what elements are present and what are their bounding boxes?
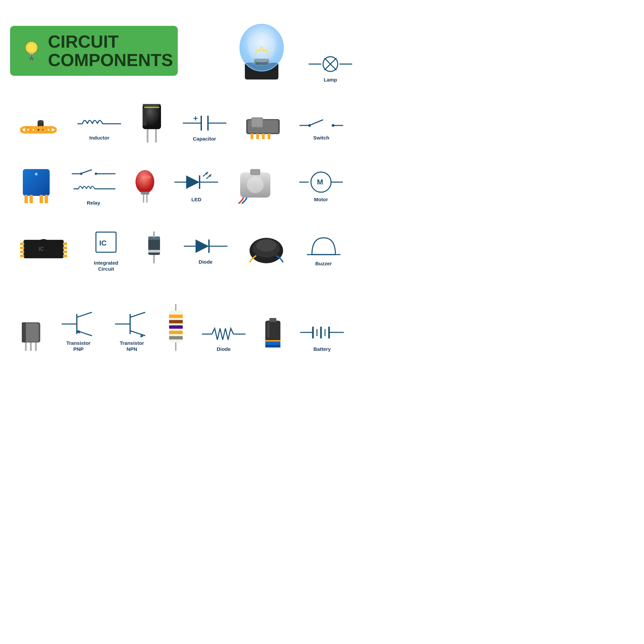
svg-rect-48 — [268, 133, 270, 139]
capacitor-label: Capacitor — [193, 136, 216, 142]
svg-point-12 — [248, 33, 275, 63]
svg-point-50 — [308, 124, 311, 127]
svg-rect-137 — [169, 331, 183, 334]
svg-point-69 — [146, 175, 151, 179]
relay-symbol-item: Relay — [72, 167, 115, 206]
svg-line-129 — [130, 331, 145, 336]
row-transistors-battery: TransistorPNP TransistorNPN — [10, 286, 352, 352]
inductor-label: Inductor — [89, 135, 109, 141]
header-row: CIRCUIT COMPONENTS — [10, 10, 352, 92]
svg-point-62 — [80, 172, 82, 175]
svg-rect-46 — [256, 133, 259, 139]
svg-rect-45 — [251, 133, 253, 139]
svg-point-56 — [35, 173, 38, 175]
svg-rect-82 — [250, 169, 260, 175]
led-symbol-svg — [174, 170, 218, 194]
buzzer-real-svg — [248, 235, 285, 264]
title-text: CIRCUIT COMPONENTS — [48, 33, 173, 69]
capacitor-real-svg — [139, 104, 164, 144]
led-real-illustration — [134, 169, 156, 204]
svg-rect-70 — [141, 192, 149, 195]
relay-label: Relay — [87, 200, 100, 206]
battery-real-svg — [262, 314, 284, 351]
inductor-symbol-item: Inductor — [77, 114, 121, 141]
diode2-symbol-item: Diode — [202, 325, 246, 352]
svg-point-83 — [247, 176, 264, 193]
switch-symbol-svg — [300, 114, 343, 132]
switch-symbol-item: Switch — [300, 114, 343, 141]
svg-line-63 — [82, 170, 92, 173]
svg-line-51 — [311, 120, 323, 125]
diode-real-svg — [145, 231, 163, 268]
svg-rect-94 — [63, 247, 67, 249]
svg-point-68 — [136, 170, 154, 194]
svg-rect-102 — [148, 250, 160, 253]
svg-rect-90 — [20, 247, 24, 249]
lamp-symbol-item: Lamp — [309, 54, 352, 83]
svg-point-1 — [28, 44, 35, 51]
transistor-real-svg — [18, 321, 44, 351]
relay-real-svg — [19, 167, 53, 204]
switch-real-illustration — [245, 114, 281, 141]
battery-symbol-svg — [300, 322, 344, 343]
svg-text:M: M — [317, 178, 323, 186]
inductor-symbol-svg — [77, 114, 121, 132]
resistor-real-illustration — [167, 304, 185, 352]
resistor-real-svg — [167, 304, 185, 351]
motor-real-svg — [237, 167, 280, 204]
diode-symbol-svg — [184, 236, 227, 256]
buzzer-real-illustration — [248, 235, 285, 265]
svg-rect-58 — [30, 195, 33, 203]
battery-real-illustration — [262, 314, 284, 352]
battery-label: Battery — [313, 346, 331, 352]
relay-symbol-svg — [72, 167, 115, 197]
svg-rect-135 — [169, 320, 183, 323]
battery-symbol-item: Battery — [300, 322, 344, 352]
svg-point-19 — [38, 120, 44, 123]
svg-rect-57 — [24, 195, 28, 203]
svg-line-128 — [130, 312, 145, 317]
svg-rect-59 — [40, 195, 43, 203]
title-lamp-icon — [23, 41, 40, 61]
svg-marker-74 — [186, 175, 200, 189]
transistor-pnp-symbol-item: TransistorPNP — [60, 311, 97, 352]
title-box: CIRCUIT COMPONENTS — [10, 26, 178, 76]
row-relay-led-motor: Relay — [10, 158, 352, 215]
diode2-label: Diode — [217, 346, 231, 352]
diode-label: Diode — [199, 259, 213, 265]
svg-text:IC: IC — [99, 239, 107, 247]
motor-label: Motor — [314, 197, 328, 203]
transistor-npn-symbol-item: TransistorNPN — [113, 311, 150, 352]
svg-rect-60 — [45, 195, 48, 203]
svg-rect-136 — [169, 325, 183, 329]
svg-rect-93 — [63, 243, 67, 245]
svg-rect-31 — [144, 107, 159, 108]
svg-point-111 — [256, 239, 276, 252]
svg-rect-134 — [169, 315, 183, 318]
title-lamp-svg — [23, 41, 40, 61]
row-inductor-capacitor-switch: Inductor — [10, 102, 352, 153]
switch-real-svg — [245, 114, 281, 139]
led-symbol-item: LED — [174, 170, 218, 203]
row-ic-diode-buzzer: IC IC Integrated Circuit — [10, 220, 352, 281]
lamp-symbol-svg — [309, 54, 352, 74]
lamp-illustration — [235, 19, 288, 83]
capacitor-symbol-svg — [183, 113, 226, 133]
svg-rect-44 — [252, 118, 262, 127]
header-right: Lamp — [235, 19, 352, 83]
svg-rect-3 — [30, 55, 33, 56]
svg-rect-89 — [20, 243, 24, 245]
ic-real-illustration: IC — [20, 236, 67, 265]
ic-symbol-item: IC Integrated Circuit — [88, 229, 124, 272]
ic-real-svg: IC — [20, 236, 67, 263]
svg-rect-117 — [22, 322, 26, 342]
buzzer-label: Buzzer — [315, 261, 332, 267]
diode-real-illustration — [145, 231, 163, 270]
motor-symbol-item: M Motor — [299, 170, 343, 203]
switch-label: Switch — [313, 135, 329, 141]
svg-rect-95 — [63, 251, 67, 253]
svg-rect-96 — [63, 255, 67, 257]
inductor-real-svg — [19, 115, 59, 140]
ic-symbol-svg: IC — [89, 229, 123, 257]
svg-marker-106 — [196, 239, 209, 253]
